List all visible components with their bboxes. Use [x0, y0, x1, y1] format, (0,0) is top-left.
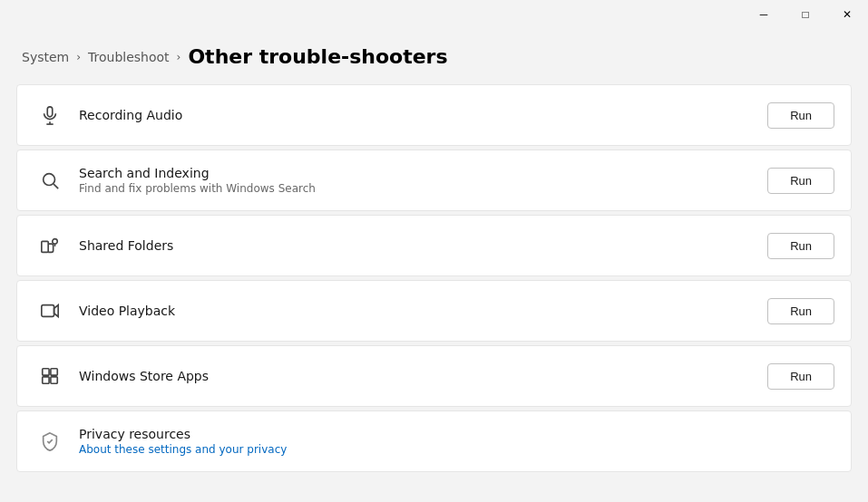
breadcrumb-troubleshoot[interactable]: Troubleshoot [88, 50, 170, 64]
windows-store-apps-title: Windows Store Apps [79, 369, 767, 383]
privacy-shield-icon [34, 425, 66, 458]
svg-rect-0 [47, 107, 53, 117]
video-icon [34, 294, 66, 327]
content-area: Recording Audio Run Search and Indexing … [0, 84, 868, 502]
svg-rect-11 [51, 369, 57, 375]
breadcrumb-sep-1: › [76, 51, 81, 63]
search-indexing-text: Search and Indexing Find and fix problem… [79, 166, 767, 195]
svg-point-3 [44, 174, 55, 186]
close-button[interactable]: ✕ [826, 0, 868, 29]
list-item-shared-folders: Shared Folders Run [16, 215, 852, 276]
windows-store-apps-run-button[interactable]: Run [767, 363, 834, 390]
windows-store-apps-text: Windows Store Apps [79, 369, 767, 383]
search-icon [34, 164, 66, 197]
breadcrumb-system[interactable]: System [22, 50, 69, 64]
list-item-windows-store-apps: Windows Store Apps Run [16, 345, 852, 407]
folder-network-icon [34, 229, 66, 262]
recording-audio-text: Recording Audio [79, 108, 767, 122]
breadcrumb-sep-2: › [177, 51, 181, 63]
breadcrumb-current: Other trouble-shooters [188, 45, 447, 68]
maximize-button[interactable]: □ [785, 0, 826, 29]
privacy-resources-title: Privacy resources [79, 427, 834, 441]
recording-audio-title: Recording Audio [79, 108, 767, 122]
video-playback-text: Video Playback [79, 304, 767, 318]
search-indexing-run-button[interactable]: Run [767, 168, 834, 194]
recording-audio-run-button[interactable]: Run [767, 102, 834, 129]
video-playback-run-button[interactable]: Run [767, 298, 834, 324]
breadcrumb: System › Troubleshoot › Other trouble-sh… [0, 29, 868, 84]
store-icon [34, 360, 66, 392]
list-item-recording-audio: Recording Audio Run [16, 84, 852, 146]
list-item-search-indexing: Search and Indexing Find and fix problem… [16, 150, 852, 211]
privacy-resources-row: Privacy resources About these settings a… [16, 410, 852, 472]
privacy-resources-text: Privacy resources About these settings a… [79, 427, 834, 456]
minimize-button[interactable]: ─ [743, 0, 785, 29]
svg-rect-8 [42, 305, 54, 317]
privacy-resources-link[interactable]: About these settings and your privacy [79, 443, 287, 456]
shared-folders-title: Shared Folders [79, 238, 767, 253]
shared-folders-run-button[interactable]: Run [767, 233, 834, 259]
title-bar: ─ □ ✕ [0, 0, 868, 29]
svg-rect-5 [42, 241, 48, 252]
svg-point-6 [53, 239, 58, 245]
svg-line-4 [54, 184, 58, 188]
privacy-resources-subtitle: About these settings and your privacy [79, 443, 834, 456]
search-indexing-subtitle: Find and fix problems with Windows Searc… [79, 182, 767, 195]
svg-rect-12 [43, 377, 49, 383]
svg-rect-13 [51, 377, 57, 383]
microphone-icon [34, 99, 66, 131]
svg-rect-10 [43, 369, 49, 375]
video-playback-title: Video Playback [79, 304, 767, 318]
shared-folders-text: Shared Folders [79, 238, 767, 253]
list-item-video-playback: Video Playback Run [16, 280, 852, 342]
search-indexing-title: Search and Indexing [79, 166, 767, 180]
